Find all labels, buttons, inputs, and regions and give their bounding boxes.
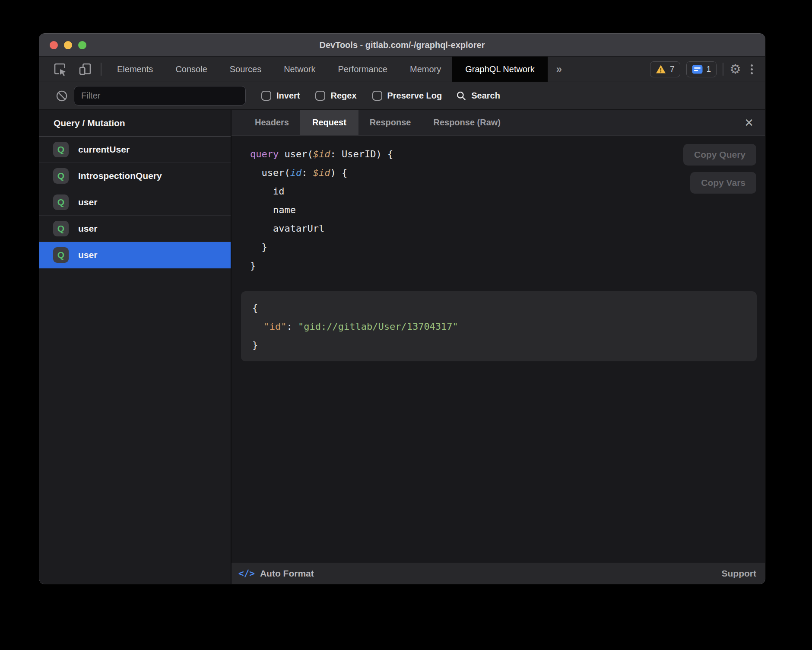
support-link[interactable]: Support bbox=[722, 568, 756, 579]
tab-sources[interactable]: Sources bbox=[219, 57, 273, 82]
regex-checkbox[interactable] bbox=[315, 91, 325, 101]
list-item[interactable]: Q IntrospectionQuery bbox=[39, 163, 231, 189]
graphql-query-code: query user($id: UserID) { user(id: $id) … bbox=[250, 145, 393, 275]
tab-graphql-network[interactable]: GraphQL Network bbox=[452, 57, 547, 82]
code-line: } bbox=[250, 256, 393, 275]
tab-memory[interactable]: Memory bbox=[399, 57, 452, 82]
code-line: } bbox=[252, 336, 757, 354]
warning-triangle-icon bbox=[656, 64, 666, 74]
code-line: avatarUrl bbox=[250, 219, 393, 238]
message-lines-icon bbox=[692, 65, 703, 74]
tab-headers[interactable]: Headers bbox=[244, 110, 300, 135]
code-line: id bbox=[250, 182, 393, 201]
close-icon[interactable]: ✕ bbox=[741, 115, 757, 130]
list-item-selected[interactable]: Q user bbox=[39, 242, 231, 268]
device-toolbar-icon[interactable] bbox=[78, 62, 92, 76]
list-item-label: user bbox=[78, 223, 97, 234]
title-bar: DevTools - gitlab.com/-/graphql-explorer bbox=[39, 34, 765, 57]
list-item-label: currentUser bbox=[78, 144, 130, 155]
search-icon bbox=[456, 90, 467, 102]
regex-label: Regex bbox=[330, 91, 356, 101]
filter-input[interactable] bbox=[74, 86, 246, 105]
detail-panel: Headers Request Response Response (Raw) … bbox=[232, 110, 765, 584]
code-brackets-icon: </> bbox=[238, 568, 255, 579]
code-line: name bbox=[250, 201, 393, 219]
query-variables-box: { "id": "gid://gitlab/User/13704317" } bbox=[241, 291, 757, 361]
code-line: user(id: $id) { bbox=[250, 163, 393, 182]
preserve-log-label: Preserve Log bbox=[387, 91, 442, 101]
query-list-panel: Query / Mutation Q currentUser Q Introsp… bbox=[39, 110, 232, 584]
request-content: query user($id: UserID) { user(id: $id) … bbox=[232, 136, 765, 563]
list-item[interactable]: Q user bbox=[39, 189, 231, 216]
devtools-toolbar: Elements Console Sources Network Perform… bbox=[39, 57, 765, 82]
detail-tabs: Headers Request Response Response (Raw) … bbox=[232, 110, 765, 136]
window-title: DevTools - gitlab.com/-/graphql-explorer bbox=[39, 40, 765, 50]
tab-console[interactable]: Console bbox=[164, 57, 218, 82]
filter-bar: Invert Regex Preserve Log Search bbox=[39, 82, 765, 110]
preserve-log-checkbox[interactable] bbox=[372, 91, 382, 101]
copy-vars-button[interactable]: Copy Vars bbox=[690, 172, 756, 194]
tab-response-raw[interactable]: Response (Raw) bbox=[422, 110, 512, 135]
code-line: { bbox=[252, 299, 757, 317]
auto-format-label: Auto Format bbox=[260, 568, 314, 579]
tab-response[interactable]: Response bbox=[358, 110, 422, 135]
invert-label: Invert bbox=[276, 91, 300, 101]
query-type-icon: Q bbox=[53, 247, 69, 263]
tab-network[interactable]: Network bbox=[273, 57, 327, 82]
query-list-header: Query / Mutation bbox=[39, 110, 231, 137]
issues-badge[interactable]: 1 bbox=[686, 61, 717, 77]
panel-footer: </> Auto Format Support bbox=[232, 563, 765, 584]
more-tabs-chevron-icon[interactable]: » bbox=[548, 57, 571, 82]
list-item[interactable]: Q user bbox=[39, 216, 231, 242]
toolbar-right-separator bbox=[723, 63, 723, 76]
toolbar-tabs: Elements Console Sources Network Perform… bbox=[106, 57, 571, 82]
settings-gear-icon[interactable]: ⚙ bbox=[730, 63, 741, 76]
list-item[interactable]: Q currentUser bbox=[39, 137, 231, 163]
list-item-label: user bbox=[78, 197, 97, 207]
invert-checkbox[interactable] bbox=[261, 91, 271, 101]
code-line: } bbox=[250, 238, 393, 256]
kebab-menu-icon[interactable] bbox=[747, 64, 756, 74]
query-type-icon: Q bbox=[53, 194, 69, 210]
inspect-element-icon[interactable] bbox=[53, 62, 67, 76]
query-type-icon: Q bbox=[53, 221, 69, 236]
warning-count: 7 bbox=[670, 64, 675, 74]
search-button[interactable]: Search bbox=[456, 90, 500, 102]
auto-format-button[interactable]: </> Auto Format bbox=[238, 568, 314, 579]
code-line: query user($id: UserID) { bbox=[250, 145, 393, 163]
toolbar-separator bbox=[101, 63, 102, 76]
issues-count: 1 bbox=[707, 64, 711, 74]
search-label: Search bbox=[471, 91, 500, 101]
query-type-icon: Q bbox=[53, 168, 69, 184]
code-line: "id": "gid://gitlab/User/13704317" bbox=[252, 317, 757, 336]
query-type-icon: Q bbox=[53, 142, 69, 157]
list-item-label: IntrospectionQuery bbox=[78, 171, 162, 181]
tab-performance[interactable]: Performance bbox=[327, 57, 399, 82]
warnings-badge[interactable]: 7 bbox=[650, 61, 680, 77]
copy-query-button[interactable]: Copy Query bbox=[683, 144, 756, 166]
tab-request[interactable]: Request bbox=[300, 110, 358, 135]
tab-elements[interactable]: Elements bbox=[106, 57, 164, 82]
list-item-label: user bbox=[78, 250, 97, 260]
devtools-window: DevTools - gitlab.com/-/graphql-explorer… bbox=[39, 33, 765, 584]
block-clear-icon[interactable] bbox=[56, 90, 68, 102]
